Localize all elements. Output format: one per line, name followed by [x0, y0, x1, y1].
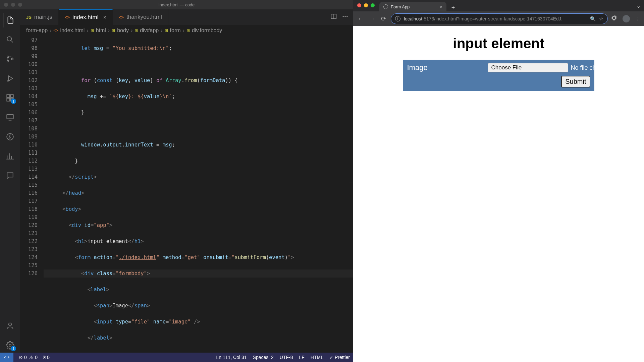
tab-index-html[interactable]: <> index.html ×	[59, 9, 113, 25]
crumb[interactable]: div#app	[140, 27, 159, 34]
tab-main-js[interactable]: JS main.js	[20, 9, 59, 25]
split-editor-icon[interactable]	[330, 13, 337, 21]
extensions-icon[interactable]: 1	[3, 90, 17, 105]
source-control-icon[interactable]	[3, 52, 17, 66]
vscode-titlebar: index.html — code	[0, 0, 353, 9]
status-problems[interactable]: ⊘ 0 ⚠ 0	[19, 355, 38, 360]
chevron-down-icon[interactable]: ⌄	[636, 3, 641, 9]
status-prettier[interactable]: Prettier	[329, 355, 350, 360]
svg-rect-5	[7, 95, 10, 98]
svg-point-1	[7, 56, 9, 58]
settings-icon[interactable]: 1	[3, 338, 17, 353]
menu-icon[interactable]: ⋮	[635, 16, 641, 22]
file-status: No file chosen	[571, 64, 644, 71]
bookmark-icon[interactable]: ☆	[599, 16, 603, 21]
globe-icon	[383, 4, 388, 9]
run-debug-icon[interactable]	[3, 71, 17, 86]
browser-tab[interactable]: Form App ×	[379, 2, 446, 11]
crumb[interactable]: index.html	[60, 27, 85, 34]
back-button[interactable]: ←	[357, 15, 365, 22]
code-editor[interactable]: 9798991001011021031041051061071081091101…	[20, 36, 353, 353]
js-icon: JS	[26, 15, 32, 20]
browser-tab-title: Form App	[391, 4, 410, 9]
window-title: index.html — code	[159, 2, 195, 7]
reload-button[interactable]: ⟳	[379, 15, 387, 22]
svg-point-0	[7, 37, 11, 41]
browser-window-controls[interactable]	[357, 3, 375, 7]
remote-indicator[interactable]	[0, 353, 13, 362]
image-label[interactable]: Image Choose File No file chosen	[407, 63, 590, 72]
svg-point-12	[9, 344, 11, 347]
form-body: Image Choose File No file chosen Submit	[403, 60, 594, 91]
close-icon[interactable]: ×	[103, 14, 106, 20]
vscode-window: index.html — code 1	[0, 0, 353, 362]
chart-icon[interactable]	[3, 149, 17, 164]
minimap-marker	[349, 182, 353, 182]
tab-label: thankyou.html	[126, 14, 162, 20]
window-controls[interactable]	[4, 3, 22, 7]
svg-rect-7	[7, 98, 10, 101]
editor-tabs: JS main.js <> index.html × <> thankyou.h…	[20, 9, 353, 25]
search-icon[interactable]: 🔍	[590, 16, 596, 21]
crumb[interactable]: html	[96, 27, 106, 34]
explorer-icon[interactable]	[3, 13, 17, 27]
status-eol[interactable]: LF	[299, 355, 305, 360]
crumb[interactable]: body	[117, 27, 129, 34]
editor: JS main.js <> index.html × <> thankyou.h…	[20, 9, 353, 353]
svg-point-3	[11, 58, 13, 60]
svg-point-2	[7, 60, 9, 62]
settings-badge: 1	[11, 346, 16, 351]
svg-point-16	[346, 16, 347, 17]
more-icon[interactable]	[342, 13, 348, 21]
submit-button[interactable]: Submit	[561, 76, 590, 87]
code-source[interactable]: let msg = "You submitted:\n"; for (const…	[44, 36, 353, 353]
account-icon[interactable]	[3, 318, 17, 333]
file-input[interactable]: Choose File No file chosen	[488, 63, 644, 72]
browser-tab-strip: Form App × + ⌄	[353, 0, 644, 11]
status-encoding[interactable]: UTF-8	[280, 355, 293, 360]
new-tab-button[interactable]: +	[448, 4, 458, 11]
status-lang[interactable]: HTML	[311, 355, 323, 360]
forward-button[interactable]: →	[368, 15, 376, 22]
crumb[interactable]: div.formbody	[192, 27, 222, 34]
url-text: localhost:5173/index.html?image=water-st…	[404, 16, 587, 21]
address-bar[interactable]: i localhost:5173/index.html?image=water-…	[391, 13, 608, 24]
html-icon: <>	[65, 15, 70, 20]
remote-explorer-icon[interactable]	[3, 110, 17, 125]
svg-rect-9	[7, 114, 13, 119]
page-heading: input element	[363, 36, 634, 52]
site-info-icon[interactable]: i	[395, 16, 400, 21]
browser-toolbar: ← → ⟳ i localhost:5173/index.html?image=…	[353, 11, 644, 26]
status-ports[interactable]: ⎘ 0	[43, 355, 50, 360]
svg-point-4	[7, 81, 8, 81]
line-gutter: 9798991001011021031041051061071081091101…	[20, 36, 44, 353]
extensions-badge: 1	[11, 99, 16, 104]
thunder-icon[interactable]	[3, 129, 17, 144]
svg-rect-6	[10, 95, 13, 98]
status-bar: ⊘ 0 ⚠ 0 ⎘ 0 Ln 111, Col 31 Spaces: 2 UTF…	[0, 353, 353, 362]
status-spaces[interactable]: Spaces: 2	[253, 355, 274, 360]
choose-file-button[interactable]: Choose File	[488, 63, 568, 72]
browser-window: Form App × + ⌄ ← → ⟳ i localhost:5173/in…	[353, 0, 644, 362]
profile-avatar[interactable]	[623, 15, 630, 22]
crumb[interactable]: form-app	[26, 27, 48, 34]
comment-icon[interactable]	[3, 168, 17, 183]
svg-point-15	[344, 16, 345, 17]
svg-point-11	[9, 323, 12, 326]
breadcrumb[interactable]: form-app› <>index.html› ⊞html› ⊞body› ⊞d…	[20, 25, 353, 36]
page-viewport: input element Image Choose File No file …	[353, 26, 644, 362]
tab-thankyou-html[interactable]: <> thankyou.html	[113, 9, 168, 25]
tab-label: index.html	[72, 14, 98, 21]
field-label: Image	[407, 63, 488, 72]
html-icon: <>	[119, 15, 124, 20]
close-icon[interactable]: ×	[440, 4, 442, 9]
extensions-icon[interactable]	[611, 15, 617, 22]
search-icon[interactable]	[3, 32, 17, 47]
svg-point-10	[7, 133, 13, 140]
tab-label: main.js	[34, 14, 52, 20]
status-cursor[interactable]: Ln 111, Col 31	[216, 355, 247, 360]
crumb[interactable]: form	[170, 27, 181, 34]
activity-bar: 1 1	[0, 9, 20, 353]
svg-point-14	[343, 16, 344, 17]
